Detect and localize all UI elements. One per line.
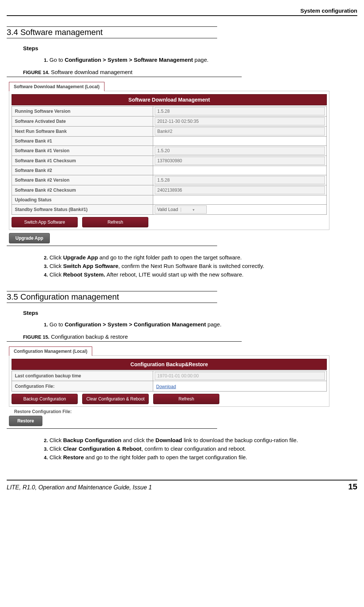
bank2-version-field[interactable] (155, 176, 325, 184)
row-label: Software Bank #2 (12, 166, 153, 175)
bold: Reboot System. (63, 271, 105, 278)
row-label: Software Bank #2 Checksum (12, 185, 153, 195)
step-num: 2. (44, 438, 48, 443)
footer-rule (7, 480, 357, 480)
page-number: 15 (348, 482, 357, 492)
row-label: Software Bank #1 Version (12, 146, 153, 156)
step-num: 4. (44, 272, 48, 278)
step-1: 1. Go to Configuration > System > Config… (44, 321, 357, 328)
text: page. (206, 321, 222, 328)
text: Click (48, 263, 63, 269)
restore-file-label: Restore Configuration File: (14, 409, 329, 414)
step-num: 2. (44, 255, 48, 261)
download-link[interactable]: Download (156, 384, 176, 389)
refresh-button[interactable]: Refresh (82, 217, 148, 227)
figure-15-caption: FIGURE 15. Configuration backup & restor… (23, 333, 357, 340)
figure-text: Configuration backup & restore (49, 333, 128, 340)
text: and go to the right folder path to open … (98, 254, 242, 261)
top-rule (7, 15, 357, 16)
bold: Backup Configuration (63, 437, 122, 443)
panel-body: Software Download Management Running Sof… (9, 91, 329, 230)
text: After reboot, LITE would start up with t… (105, 271, 244, 278)
text: , confirm the Next Run Software Bank is … (118, 263, 264, 269)
running-header: System configuration (7, 7, 357, 14)
upgrade-app-button[interactable]: Upgrade App (9, 233, 50, 243)
text: Click (48, 254, 63, 261)
section-3-4-title: 3.4 Software management (7, 26, 217, 38)
running-version-field[interactable] (155, 107, 325, 115)
bold: Clear Configuration & Reboot (63, 445, 142, 452)
steps-label: Steps (23, 45, 357, 51)
row-label: Standby Software Status (Bank#1) (12, 205, 153, 215)
restore-button[interactable]: Restore (9, 416, 42, 426)
caption-rule-below (7, 428, 217, 429)
software-panel: Software Download Management (Local) Sof… (9, 82, 329, 243)
standby-status-select[interactable]: Valid Load ▾ (155, 205, 207, 214)
page-footer: LITE, R1.0, Operation and Maintenance Gu… (7, 482, 357, 492)
activated-date-field[interactable] (155, 117, 325, 125)
figure-label: FIGURE 15. (23, 334, 49, 340)
bold: Restore (63, 454, 84, 460)
step-num: 1. (44, 322, 48, 328)
figure-14-caption: FIGURE 14. Software download management (23, 69, 357, 75)
section-3-5-title: 3.5 Configuration management (7, 291, 217, 303)
config-table: Last configuration backup time Configura… (12, 371, 327, 392)
caption-rule-below (7, 246, 217, 246)
step-3: 3. Click Switch App Software, confirm th… (44, 263, 357, 269)
row-label: Last configuration backup time (12, 371, 153, 381)
text: and go to the right folder path to open … (84, 454, 247, 460)
step-num: 4. (44, 455, 48, 460)
row-label: Uploading Status (12, 195, 153, 205)
bold: Switch App Software (63, 263, 119, 269)
caption-rule (7, 341, 242, 342)
panel-tab[interactable]: Software Download Management (Local) (9, 82, 104, 91)
row-label: Configuration File: (12, 381, 153, 392)
steps-label: Steps (23, 310, 357, 316)
text: Click (48, 454, 63, 460)
config-panel: Configuration Management (Local) Configu… (9, 346, 329, 426)
figure-label: FIGURE 14. (23, 70, 49, 75)
footer-doc-title: LITE, R1.0, Operation and Maintenance Gu… (7, 484, 152, 491)
row-label: Software Bank #1 (12, 137, 153, 146)
step-num: 3. (44, 446, 48, 452)
switch-app-software-button[interactable]: Switch App Software (12, 217, 78, 227)
bank1-checksum-field[interactable] (155, 157, 325, 165)
bold: Download (155, 437, 182, 443)
step-1: 1. Go to Configuration > System > Softwa… (44, 57, 357, 63)
row-label: Software Bank #2 Version (12, 175, 153, 185)
breadcrumb-path: Configuration > System > Software Manage… (65, 57, 193, 63)
software-table: Running Software Version Software Activa… (12, 106, 327, 215)
panel-body: Configuration Backup&Restore Last config… (9, 355, 329, 407)
figure-text: Software download management (49, 69, 132, 75)
text: and click the (121, 437, 155, 443)
text: Go to (48, 57, 65, 63)
backup-configuration-button[interactable]: Backup Configuration (12, 394, 78, 404)
breadcrumb-path: Configuration > System > Configuration M… (65, 321, 206, 328)
step-4: 4. Click Reboot System. After reboot, LI… (44, 271, 357, 278)
bold: Upgrade App (63, 254, 98, 261)
caption-rule (7, 77, 242, 77)
next-run-bank-field[interactable] (155, 127, 325, 135)
step-4: 4. Click Restore and go to the right fol… (44, 454, 357, 460)
empty-cell (153, 166, 327, 175)
text: Go to (48, 321, 65, 328)
refresh-button[interactable]: Refresh (153, 394, 219, 404)
bank1-version-field[interactable] (155, 147, 325, 155)
panel-tab[interactable]: Configuration Management (Local) (9, 346, 92, 356)
row-label: Software Activated Date (12, 116, 153, 127)
text: , confirm to clear configuration and reb… (142, 445, 246, 452)
bank2-checksum-field[interactable] (155, 186, 325, 194)
empty-cell (153, 137, 327, 146)
clear-configuration-reboot-button[interactable]: Clear Configuration & Reboot (82, 394, 149, 404)
panel-header: Software Download Management (12, 94, 327, 105)
empty-cell (153, 195, 327, 205)
chevron-down-icon: ▾ (181, 208, 207, 212)
select-value: Valid Load (155, 207, 181, 212)
text: link to download the backup configu-rati… (182, 437, 298, 443)
text: Click (48, 271, 63, 278)
step-num: 3. (44, 263, 48, 269)
backup-time-field[interactable] (155, 372, 325, 380)
step-2: 2. Click Upgrade App and go to the right… (44, 254, 357, 261)
text: page. (193, 57, 209, 63)
row-label: Running Software Version (12, 106, 153, 116)
